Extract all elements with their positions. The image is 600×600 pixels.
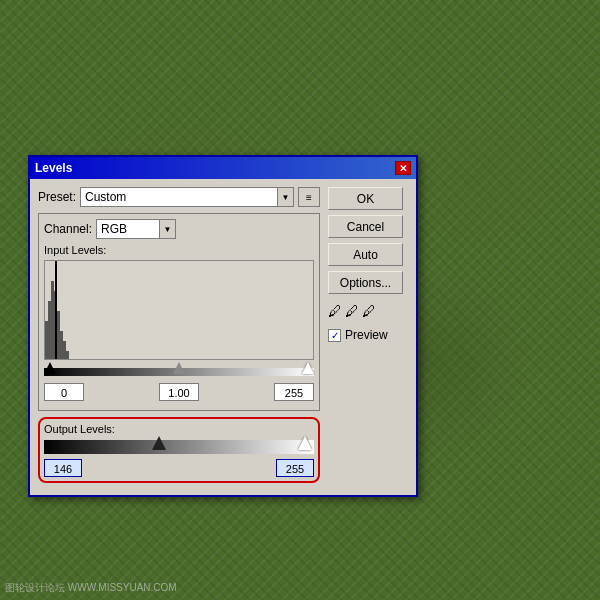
input-levels-label: Input Levels: [44, 244, 314, 256]
input-black-handle[interactable] [44, 362, 56, 374]
right-panel: OK Cancel Auto Options... 🖊 🖊 🖊 ✓ Previe… [328, 187, 408, 487]
input-gamma-value[interactable]: 1.00 [159, 383, 199, 401]
histogram-line [55, 261, 57, 359]
dialog-body: Preset: Custom ▼ ≡ Channel: RGB ▼ [30, 179, 416, 495]
preview-checkbox[interactable]: ✓ [328, 329, 341, 342]
channel-dropdown-arrow: ▼ [159, 220, 175, 238]
output-levels-label: Output Levels: [44, 423, 314, 435]
levels-dialog: Levels ✕ Preset: Custom ▼ ≡ Channel: [28, 155, 418, 497]
input-black-value[interactable]: 0 [44, 383, 84, 401]
channel-value: RGB [101, 222, 127, 236]
output-white-value[interactable]: 255 [276, 459, 314, 477]
input-gamma-handle[interactable] [173, 362, 185, 374]
eyedroppers-row: 🖊 🖊 🖊 [328, 303, 408, 319]
title-bar: Levels ✕ [30, 157, 416, 179]
output-slider[interactable] [44, 438, 314, 456]
auto-button[interactable]: Auto [328, 243, 403, 266]
ok-button[interactable]: OK [328, 187, 403, 210]
eyedropper-gray-icon[interactable]: 🖊 [345, 303, 359, 319]
dialog-title: Levels [35, 161, 72, 175]
channel-dropdown[interactable]: RGB ▼ [96, 219, 176, 239]
svg-rect-0 [45, 321, 48, 359]
output-black-handle[interactable] [152, 436, 166, 450]
options-button[interactable]: Options... [328, 271, 403, 294]
svg-rect-4 [57, 311, 60, 359]
histogram-area [44, 260, 314, 360]
eyedropper-black-icon[interactable]: 🖊 [328, 303, 342, 319]
svg-rect-2 [51, 281, 54, 359]
preset-options-button[interactable]: ≡ [298, 187, 320, 207]
preview-row: ✓ Preview [328, 328, 408, 342]
input-values-row: 0 1.00 255 [44, 383, 314, 401]
preset-value: Custom [85, 190, 126, 204]
output-white-handle[interactable] [298, 436, 312, 450]
preset-row: Preset: Custom ▼ ≡ [38, 187, 320, 207]
watermark: 图轮设计论坛 WWW.MISSYUAN.COM [5, 581, 177, 595]
preset-label: Preset: [38, 190, 76, 204]
svg-rect-1 [48, 301, 51, 359]
svg-rect-6 [63, 341, 66, 359]
left-panel: Preset: Custom ▼ ≡ Channel: RGB ▼ [38, 187, 320, 487]
output-section: Output Levels: 146 255 [38, 417, 320, 483]
cancel-button[interactable]: Cancel [328, 215, 403, 238]
output-values-row: 146 255 [44, 459, 314, 477]
output-black-value[interactable]: 146 [44, 459, 82, 477]
svg-rect-7 [66, 351, 69, 359]
input-white-handle[interactable] [302, 362, 314, 374]
preset-dropdown-arrow: ▼ [277, 188, 293, 206]
preset-dropdown[interactable]: Custom ▼ [80, 187, 294, 207]
histogram-chart [45, 261, 313, 359]
svg-rect-5 [60, 331, 63, 359]
preview-label: Preview [345, 328, 388, 342]
input-white-value[interactable]: 255 [274, 383, 314, 401]
input-slider[interactable] [44, 364, 314, 380]
levels-inner-box: Channel: RGB ▼ Input Levels: [38, 213, 320, 411]
channel-label: Channel: [44, 222, 92, 236]
eyedropper-white-icon[interactable]: 🖊 [362, 303, 376, 319]
channel-row: Channel: RGB ▼ [44, 219, 314, 239]
close-button[interactable]: ✕ [395, 161, 411, 175]
